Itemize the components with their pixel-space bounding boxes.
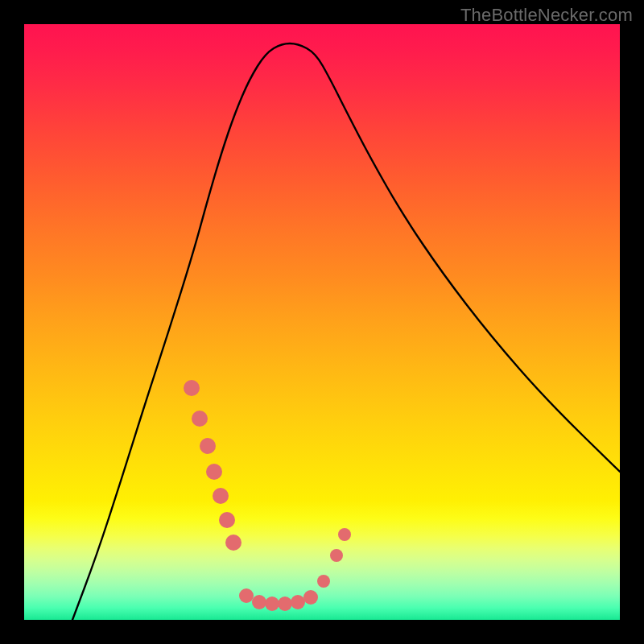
chart-marker	[252, 595, 266, 609]
chart-marker	[330, 549, 343, 562]
chart-marker	[213, 488, 229, 504]
chart-marker	[219, 512, 235, 528]
source-watermark: TheBottleNecker.com	[460, 5, 633, 26]
chart-marker	[265, 597, 279, 611]
chart-marker	[291, 595, 305, 609]
chart-marker	[200, 438, 216, 454]
chart-marker	[184, 380, 200, 396]
chart-marker	[278, 597, 292, 611]
chart-marker	[239, 588, 254, 603]
chart-marker	[206, 464, 222, 480]
chart-marker	[303, 590, 318, 605]
chart-plot-area	[24, 24, 620, 620]
chart-marker	[192, 411, 208, 427]
chart-marker	[225, 535, 242, 551]
chart-marker	[317, 575, 330, 588]
chart-marker	[338, 528, 351, 541]
chart-markers	[184, 380, 351, 611]
chart-svg	[24, 24, 620, 620]
